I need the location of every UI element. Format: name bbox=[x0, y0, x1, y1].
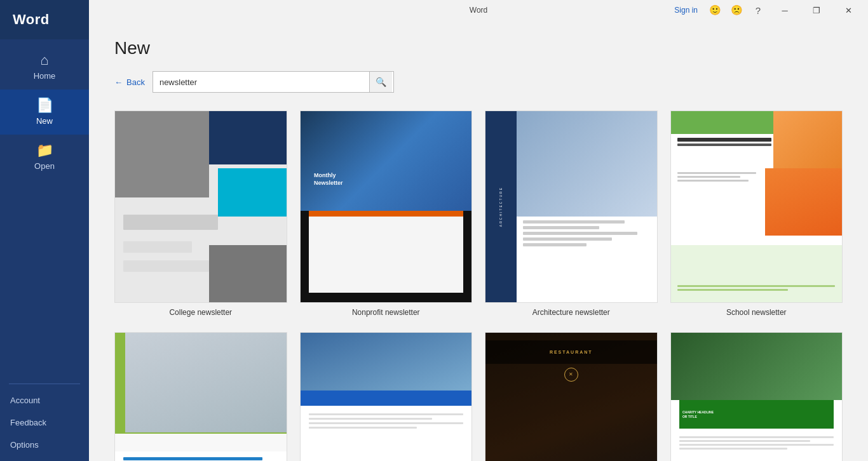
sidebar: Word ⌂ Home 📄 New 📁 Open Account Feedbac… bbox=[0, 0, 89, 461]
sidebar-item-new[interactable]: 📄 New bbox=[0, 90, 89, 135]
template-college[interactable]: College newsletter bbox=[114, 110, 287, 317]
template-thumb-architecture: ARCHITECTURE bbox=[485, 110, 658, 303]
smiley-icon[interactable]: 🙂 bbox=[705, 1, 724, 20]
sidebar-divider bbox=[9, 384, 80, 384]
minimize-button[interactable]: ─ bbox=[770, 0, 799, 20]
sidebar-nav: ⌂ Home 📄 New 📁 Open bbox=[0, 39, 89, 378]
template-grid: College newsletter MonthlyNewsletter Non… bbox=[114, 110, 843, 461]
back-label: Back bbox=[126, 77, 145, 87]
template-label-nonprofit: Nonprofit newsletter bbox=[352, 308, 420, 317]
restore-button[interactable]: ❐ bbox=[802, 0, 831, 20]
template-label-school: School newsletter bbox=[726, 308, 787, 317]
new-icon: 📄 bbox=[36, 98, 53, 112]
sidebar-label-open: Open bbox=[34, 161, 55, 171]
sidebar-item-account[interactable]: Account bbox=[0, 389, 89, 411]
titlebar: Word Sign in 🙂 🙁 ? ─ ❐ ✕ bbox=[89, 0, 868, 20]
template-thumb-pta bbox=[300, 332, 473, 461]
template-thumb-charity: CHARITY HEADLINEOR TITLE bbox=[670, 332, 843, 461]
main-content: New ← Back 🔍 bbox=[89, 20, 868, 461]
titlebar-controls: Sign in 🙂 🙁 ? ─ ❐ ✕ bbox=[674, 0, 863, 20]
frown-icon[interactable]: 🙁 bbox=[727, 1, 746, 20]
page-title: New bbox=[114, 38, 843, 58]
help-icon[interactable]: ? bbox=[749, 1, 768, 20]
template-thumb-school bbox=[670, 110, 843, 303]
template-thumb-college bbox=[114, 110, 287, 303]
search-input[interactable] bbox=[153, 74, 369, 91]
template-label-college: College newsletter bbox=[169, 308, 232, 317]
search-container: 🔍 bbox=[153, 71, 394, 93]
template-thumb-restaurant: RESTAURANT ✕ IN THIS ISSUE PG. 2PG. 3PG.… bbox=[485, 332, 658, 461]
app-title: Word bbox=[0, 0, 89, 39]
template-nonprofit[interactable]: MonthlyNewsletter Nonprofit newsletter bbox=[300, 110, 473, 317]
back-arrow-icon: ← bbox=[114, 77, 123, 87]
close-button[interactable]: ✕ bbox=[834, 0, 863, 20]
template-school[interactable]: School newsletter bbox=[670, 110, 843, 317]
template-pta[interactable]: Parent teacher newsletter bbox=[300, 332, 473, 461]
sidebar-item-feedback[interactable]: Feedback bbox=[0, 411, 89, 434]
sign-in-button[interactable]: Sign in bbox=[674, 6, 698, 15]
template-thumb-nonprofit: MonthlyNewsletter bbox=[300, 110, 473, 303]
content-area[interactable]: New ← Back 🔍 bbox=[89, 20, 868, 461]
sidebar-bottom: Account Feedback Options bbox=[0, 389, 89, 461]
search-button[interactable]: 🔍 bbox=[369, 72, 392, 92]
sidebar-label-new: New bbox=[36, 116, 53, 126]
sidebar-item-home[interactable]: ⌂ Home bbox=[0, 44, 89, 90]
back-button[interactable]: ← Back bbox=[114, 77, 145, 87]
search-bar-row: ← Back 🔍 bbox=[114, 71, 843, 93]
open-icon: 📁 bbox=[36, 144, 53, 157]
template-interior[interactable]: Interior design newsletter bbox=[114, 332, 287, 461]
sidebar-item-options[interactable]: Options bbox=[0, 434, 89, 456]
sidebar-label-home: Home bbox=[34, 71, 56, 81]
titlebar-app-name: Word bbox=[470, 6, 487, 15]
template-thumb-interior bbox=[114, 332, 287, 461]
template-label-architecture: Architecture newsletter bbox=[532, 308, 610, 317]
home-icon: ⌂ bbox=[40, 53, 48, 67]
sidebar-item-open[interactable]: 📁 Open bbox=[0, 135, 89, 180]
template-architecture[interactable]: ARCHITECTURE Architecture newsletter bbox=[485, 110, 658, 317]
template-restaurant[interactable]: RESTAURANT ✕ IN THIS ISSUE PG. 2PG. 3PG.… bbox=[485, 332, 658, 461]
template-charity[interactable]: CHARITY HEADLINEOR TITLE bbox=[670, 332, 843, 461]
